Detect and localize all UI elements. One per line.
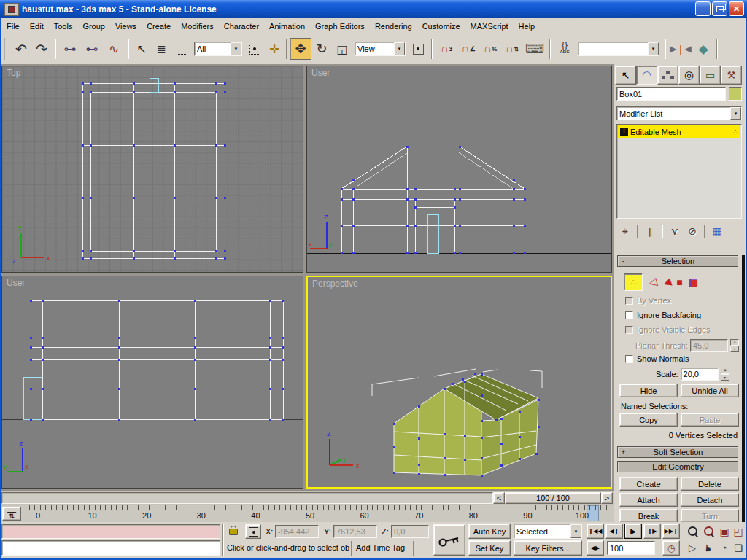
dropdown-arrow-icon[interactable]: ▼ — [231, 42, 241, 55]
show-normals-checkbox[interactable] — [625, 355, 633, 363]
select-and-rotate-button[interactable]: ↻ — [311, 39, 332, 59]
dropdown-arrow-icon[interactable]: ▼ — [570, 524, 581, 538]
pan-button[interactable]: ☛ — [700, 540, 716, 556]
play-button[interactable]: ▶ — [624, 524, 642, 539]
absolute-offset-toggle[interactable] — [245, 524, 261, 539]
create-button[interactable]: Create — [619, 477, 678, 491]
selection-region-button[interactable] — [171, 39, 192, 59]
detach-button[interactable]: Detach — [681, 493, 739, 507]
y-coordinate-field[interactable]: 7612,53 — [333, 525, 377, 538]
redo-button[interactable]: ↷ — [31, 39, 52, 59]
dropdown-arrow-icon[interactable]: ▼ — [394, 42, 405, 55]
tab-modify[interactable]: ◠ — [636, 66, 657, 85]
hide-button[interactable]: Hide — [619, 384, 678, 397]
unlink-selection-button[interactable]: ⊷ — [81, 39, 103, 59]
go-to-start-button[interactable]: ❙◀◀ — [587, 524, 604, 539]
tab-create[interactable]: ↖ — [615, 66, 636, 85]
tab-motion[interactable]: ◎ — [678, 66, 700, 85]
pin-stack-button[interactable]: ⌖ — [616, 224, 634, 238]
tab-display[interactable]: ▭ — [700, 66, 721, 85]
set-keys-button[interactable] — [433, 524, 465, 556]
z-coordinate-field[interactable]: 0,0 — [391, 525, 429, 538]
tab-utilities[interactable]: ⚒ — [721, 66, 742, 85]
zoom-extents-all-button[interactable]: ◰ — [731, 524, 746, 539]
key-mode-dropdown[interactable]: Selected ▼ — [514, 524, 582, 539]
attach-button[interactable]: Attach — [619, 493, 678, 507]
restore-button[interactable] — [712, 1, 727, 16]
spinner-snap-button[interactable]: ∩⇅ — [501, 39, 523, 59]
listener-line[interactable] — [1, 540, 220, 556]
soft-selection-rollout-header[interactable]: + Soft Selection — [617, 446, 738, 458]
percent-snap-button[interactable]: ∩% — [479, 39, 501, 59]
use-center-button[interactable] — [408, 39, 428, 59]
vertex-subobject-button[interactable]: ∴ — [624, 273, 643, 291]
set-key-button[interactable]: Set Key — [468, 540, 511, 556]
copy-button[interactable]: Copy — [619, 413, 678, 427]
planar-thresh-spinner[interactable]: ▼▼ — [730, 339, 739, 352]
time-slider-track[interactable] — [1, 492, 493, 504]
menu-item-modifiers[interactable]: Modifiers — [176, 20, 219, 33]
min-max-toggle-button[interactable]: ❏ — [731, 540, 746, 556]
track-bar[interactable]: ▬▬ ⇅ 0102030405060708090100 — [0, 505, 614, 524]
time-slider-handle[interactable]: 100 / 100 — [505, 492, 601, 504]
add-time-tag[interactable]: Add Time Tag — [356, 543, 405, 552]
edge-subobject-button[interactable]: ◁ — [647, 275, 659, 289]
zoom-extents-button[interactable]: ▣ — [716, 524, 732, 539]
menu-item-animation[interactable]: Animation — [264, 20, 310, 33]
align-button[interactable]: ◆ — [692, 39, 714, 59]
window-crossing-toggle[interactable] — [244, 39, 265, 59]
snap-toggle-3d-button[interactable]: ∩3 — [436, 39, 457, 59]
face-subobject-button[interactable]: ◀ — [661, 276, 673, 289]
dropdown-arrow-icon[interactable]: ▼ — [648, 42, 659, 55]
show-end-result-button[interactable]: ∥ — [641, 224, 659, 238]
break-button[interactable]: Break — [619, 509, 678, 523]
selection-filter-dropdown[interactable]: All ▼ — [194, 42, 242, 56]
selection-lock-toggle[interactable] — [226, 524, 241, 539]
edit-named-selections-button[interactable]: {} ABC — [554, 39, 576, 59]
viewport-user-front[interactable]: User Z x y — [306, 66, 612, 273]
menu-item-create[interactable]: Create — [142, 20, 176, 33]
auto-key-button[interactable]: Auto Key — [468, 524, 511, 539]
menu-item-maxscript[interactable]: MAXScript — [465, 20, 514, 33]
x-coordinate-field[interactable]: -954,442 — [275, 525, 319, 538]
remove-modifier-button[interactable]: ⊘ — [684, 224, 701, 238]
next-frame-button[interactable]: ❙▶ — [643, 524, 661, 539]
delete-button[interactable]: Delete — [681, 477, 739, 491]
key-filters-button[interactable]: Key Filters... — [514, 540, 582, 556]
stack-item-editable-mesh[interactable]: + Editable Mesh ∴ — [618, 125, 740, 138]
select-and-move-button[interactable]: ✥ — [290, 38, 311, 60]
menu-item-graph-editors[interactable]: Graph Editors — [310, 20, 370, 33]
time-slider-prev-button[interactable]: < — [493, 492, 505, 504]
menu-item-file[interactable]: File — [1, 20, 25, 33]
element-subobject-button[interactable] — [689, 279, 697, 287]
scale-field[interactable]: 20,0 — [681, 368, 719, 381]
expand-icon[interactable]: + — [620, 128, 628, 136]
modifier-list-dropdown[interactable]: Modifier List ▼ — [616, 106, 742, 120]
object-color-swatch[interactable] — [729, 87, 742, 101]
previous-frame-button[interactable]: ◀❙ — [605, 524, 623, 539]
select-by-name-button[interactable]: ≣ — [151, 39, 171, 59]
macro-recorder-line[interactable] — [1, 524, 220, 539]
viewport-user-side[interactable]: User z y x — [1, 276, 303, 489]
menu-item-rendering[interactable]: Rendering — [370, 20, 417, 33]
menu-item-edit[interactable]: Edit — [25, 20, 49, 33]
time-configuration-button[interactable]: ◷ — [662, 540, 680, 556]
close-button[interactable]: ✕ — [729, 1, 744, 16]
field-of-view-button[interactable]: ▷ — [684, 540, 700, 556]
menu-item-tools[interactable]: Tools — [49, 20, 78, 33]
minimize-button[interactable]: — — [695, 1, 711, 16]
scale-spinner[interactable]: ▼▼ — [721, 368, 729, 381]
current-frame-field[interactable]: 100 — [607, 541, 655, 555]
time-slider-next-button[interactable]: > — [601, 492, 613, 504]
polygon-subobject-button[interactable]: ■ — [676, 276, 682, 288]
named-selection-sets-dropdown[interactable]: ▼ — [578, 42, 659, 56]
angle-snap-button[interactable]: ∩∠ — [457, 39, 479, 59]
unhide-all-button[interactable]: Unhide All — [681, 384, 739, 397]
paste-button[interactable]: Paste — [681, 413, 739, 427]
keyboard-override-button[interactable]: ⌨ — [523, 39, 546, 59]
ignore-backfacing-checkbox[interactable] — [625, 311, 633, 319]
object-name-field[interactable]: Box01 — [616, 87, 726, 101]
viewport-top[interactable]: Top y x z — [1, 66, 303, 273]
tab-hierarchy[interactable] — [657, 66, 678, 85]
dropdown-arrow-icon[interactable]: ▼ — [730, 107, 741, 120]
